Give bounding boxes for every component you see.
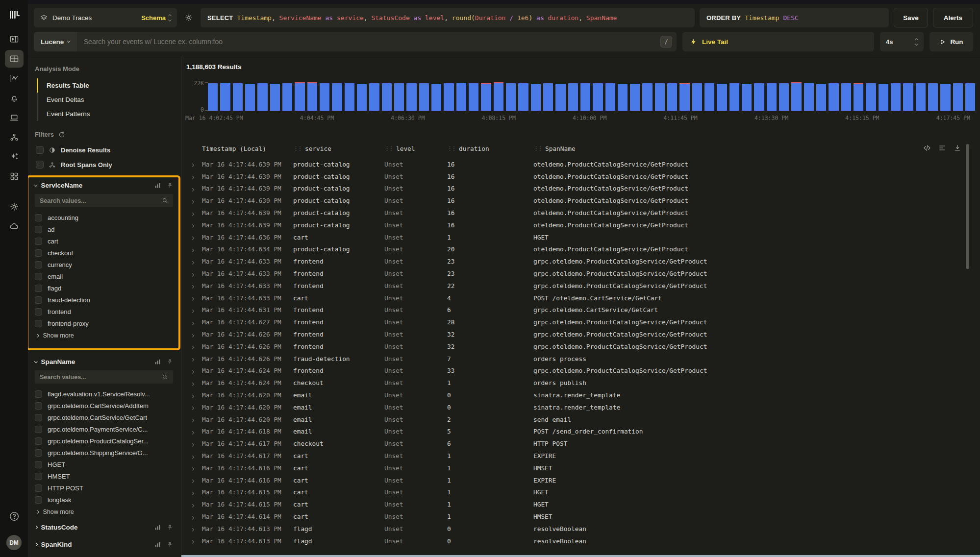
checkbox[interactable] — [35, 261, 42, 268]
filter-value-row[interactable]: grpc.oteldemo.ProductCatalogSer... — [35, 435, 173, 447]
avatar[interactable]: DM — [6, 535, 22, 550]
histogram-bar[interactable] — [220, 82, 230, 111]
checkbox[interactable] — [35, 226, 42, 233]
histogram-bar[interactable] — [382, 82, 392, 111]
expand-row-chevron-icon[interactable] — [185, 185, 202, 192]
histogram-bar[interactable] — [891, 82, 901, 111]
checkbox[interactable] — [35, 473, 42, 480]
table-row[interactable]: Mar 16 4:17:44.617 PM cart Unset 1 EXPIR… — [185, 450, 980, 462]
checkbox[interactable] — [35, 437, 42, 445]
checkbox[interactable] — [36, 146, 44, 154]
expand-row-chevron-icon[interactable] — [185, 404, 202, 411]
histogram-bar[interactable] — [729, 82, 739, 111]
filter-value-row[interactable]: cart — [35, 235, 173, 247]
table-row[interactable]: Mar 16 4:17:44.620 PM email Unset 0 sina… — [185, 389, 980, 401]
histogram-bar[interactable] — [953, 82, 963, 111]
pin-icon[interactable] — [167, 541, 173, 548]
column-header-duration[interactable]: ⋮⋮ duration — [447, 145, 533, 152]
table-row[interactable]: Mar 16 4:17:44.615 PM cart Unset 1 HGET — [185, 498, 980, 510]
pin-icon[interactable] — [167, 359, 173, 365]
filter-value-row[interactable]: flagd.evaluation.v1.Service/Resolv... — [35, 388, 173, 400]
table-row[interactable]: Mar 16 4:17:44.613 PM flagd Unset 0 reso… — [185, 523, 980, 535]
expand-row-chevron-icon[interactable] — [185, 379, 202, 387]
histogram-bar[interactable] — [767, 82, 777, 111]
search-input[interactable]: Search your events w/ Lucene ex. column:… — [77, 38, 660, 46]
histogram-bar[interactable] — [642, 82, 652, 111]
expand-row-chevron-icon[interactable] — [185, 209, 202, 217]
table-row[interactable]: Mar 16 4:17:44.624 PM checkout Unset 1 o… — [185, 377, 980, 389]
rail-panel-icon[interactable] — [5, 30, 24, 48]
expand-row-chevron-icon[interactable] — [185, 391, 202, 399]
results-histogram[interactable]: 22K 0 — [185, 82, 980, 121]
histogram-bar[interactable] — [444, 82, 453, 111]
table-row[interactable]: Mar 16 4:17:44.636 PM cart Unset 1 HGET — [185, 231, 980, 243]
expand-row-chevron-icon[interactable] — [185, 452, 202, 460]
pin-icon[interactable] — [167, 182, 173, 189]
histogram-bar[interactable] — [804, 82, 814, 111]
table-row[interactable]: Mar 16 4:17:44.626 PM frontend Unset 32 … — [185, 328, 980, 340]
rail-cloud-icon[interactable] — [5, 218, 24, 235]
filter-value-row[interactable]: ad — [35, 223, 173, 235]
drag-handle-icon[interactable]: ⋮⋮ — [293, 145, 302, 152]
table-row[interactable]: Mar 16 4:17:44.624 PM frontend Unset 33 … — [185, 365, 980, 377]
filter-value-row[interactable]: longtask — [35, 494, 173, 506]
rail-laptop-icon[interactable] — [5, 109, 24, 126]
histogram-bar[interactable] — [866, 82, 876, 111]
bar-chart-icon[interactable] — [154, 359, 161, 365]
histogram-bar[interactable] — [332, 82, 342, 111]
rail-apps-icon[interactable] — [5, 168, 24, 185]
histogram-bar[interactable] — [940, 82, 950, 111]
filter-value-row[interactable]: currency — [35, 259, 173, 270]
histogram-bar[interactable] — [754, 82, 764, 111]
histogram-bar[interactable] — [481, 82, 491, 111]
histogram-bar[interactable] — [580, 82, 590, 111]
expand-row-chevron-icon[interactable] — [185, 488, 202, 496]
source-selector[interactable]: Demo Traces Schema — [34, 8, 177, 27]
histogram-bar[interactable] — [679, 82, 689, 111]
filter-value-row[interactable]: flagd — [35, 282, 173, 294]
expand-row-chevron-icon[interactable] — [185, 331, 202, 338]
table-row[interactable]: Mar 16 4:17:44.626 PM frontend Unset 32 … — [185, 340, 980, 353]
query-language-select[interactable]: Lucene — [34, 32, 77, 51]
histogram-bar[interactable] — [965, 82, 975, 111]
table-row[interactable]: Mar 16 4:17:44.639 PM product-catalog Un… — [185, 170, 980, 183]
rail-sparkles-icon[interactable] — [5, 148, 24, 166]
checkbox[interactable] — [35, 249, 42, 257]
sql-select-editor[interactable]: SELECT Timestamp, ServiceName as service… — [201, 8, 695, 27]
rail-services-icon[interactable] — [5, 128, 24, 146]
histogram-bar[interactable] — [369, 82, 379, 111]
drag-handle-icon[interactable]: ⋮⋮ — [384, 145, 393, 152]
toggle-denoise-results[interactable]: Denoise Results — [36, 146, 173, 154]
filter-value-row[interactable]: HTTP POST — [35, 482, 173, 494]
expand-row-chevron-icon[interactable] — [185, 173, 202, 180]
histogram-bar[interactable] — [431, 82, 441, 111]
table-row[interactable]: Mar 16 4:17:44.633 PM frontend Unset 23 … — [185, 255, 980, 267]
expand-row-chevron-icon[interactable] — [185, 294, 202, 302]
histogram-bar[interactable] — [568, 82, 578, 111]
histogram-bar[interactable] — [295, 82, 304, 111]
checkbox[interactable] — [35, 308, 42, 315]
run-button[interactable]: Run — [930, 32, 973, 51]
toggle-root-spans-only[interactable]: Root Spans Only — [36, 161, 173, 169]
histogram-bar[interactable] — [879, 82, 888, 111]
histogram-bar[interactable] — [233, 82, 243, 111]
table-row[interactable]: Mar 16 4:17:44.613 PM flagd Unset 0 reso… — [185, 535, 980, 547]
horizontal-scrollbar[interactable] — [181, 555, 980, 557]
show-more-servicename[interactable]: Show more — [35, 329, 173, 340]
table-row[interactable]: Mar 16 4:17:44.639 PM product-catalog Un… — [185, 158, 980, 170]
table-row[interactable]: Mar 16 4:17:44.633 PM cart Unset 4 POST … — [185, 292, 980, 304]
filter-group-header-spanname[interactable]: SpanName — [35, 355, 173, 368]
column-header-level[interactable]: ⋮⋮ level — [384, 145, 447, 152]
column-header-timestamp-local-[interactable]: Timestamp (Local) — [202, 145, 293, 152]
table-row[interactable]: Mar 16 4:17:44.620 PM email Unset 0 sina… — [185, 401, 980, 413]
expand-row-chevron-icon[interactable] — [185, 245, 202, 253]
help-icon[interactable] — [5, 508, 24, 525]
pin-icon[interactable] — [167, 524, 173, 531]
histogram-bar[interactable] — [779, 82, 789, 111]
checkbox[interactable] — [35, 285, 42, 292]
expand-row-chevron-icon[interactable] — [185, 513, 202, 520]
drag-handle-icon[interactable]: ⋮⋮ — [533, 145, 542, 152]
filter-group-header-servicename[interactable]: ServiceName — [35, 179, 173, 192]
histogram-bar[interactable] — [854, 82, 863, 111]
filter-value-row[interactable]: grpc.oteldemo.ShippingService/G... — [35, 447, 173, 459]
